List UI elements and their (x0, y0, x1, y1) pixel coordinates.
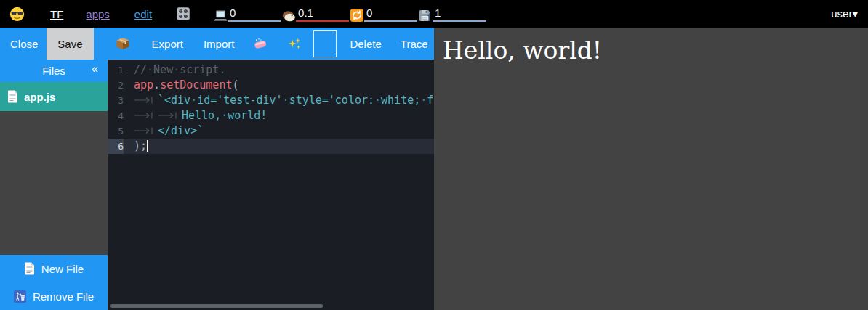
import-button[interactable]: Import (204, 38, 235, 50)
line-number: 5 (108, 123, 124, 139)
topbar-link-apps[interactable]: apps (86, 8, 110, 20)
line-code: </div>` (124, 123, 434, 139)
package-icon[interactable] (116, 37, 130, 50)
editor-hscrollbar-thumb[interactable] (110, 304, 323, 308)
line-code: //·New·script. (124, 62, 434, 78)
action-label: New File (41, 263, 84, 275)
main-row: Close Save Export Import Delete Trace Fi… (0, 28, 868, 310)
close-button[interactable]: Close (10, 38, 38, 50)
code-editor[interactable]: 1//·New·script.2app.setDocument(3`<div·i… (108, 60, 434, 310)
computer-icon (214, 9, 228, 22)
topbar-link-TF[interactable]: TF (50, 8, 63, 20)
hedgehog-icon (282, 9, 296, 22)
top-menu-bar: TFappsedit 00.101 user▾ (0, 0, 868, 28)
page-icon (7, 90, 18, 103)
text-cursor (147, 140, 148, 152)
preview-pane: Hello, world! (434, 28, 868, 310)
meter-refresh-arrows: 0 (350, 7, 417, 22)
editor-column: Close Save Export Import Delete Trace Fi… (0, 28, 434, 310)
sidebar-filler (0, 111, 108, 255)
put-litter-in-its-place-icon (14, 290, 26, 303)
floppy-disk-icon (419, 9, 433, 22)
page-icon (24, 262, 35, 275)
workspace: Files « app.js New FileRemove File 1//·N… (0, 60, 434, 310)
trace-button[interactable]: Trace (401, 38, 428, 50)
line-code: Hello,·world! (124, 108, 434, 123)
app-root: TFappsedit 00.101 user▾ Close Save Expor… (0, 0, 868, 310)
save-button[interactable]: Save (47, 28, 93, 60)
editor-line-3[interactable]: 3`<div·id='test-div'·style='color:·white… (108, 93, 434, 108)
line-code: `<div·id='test-div'·style='color:·white;… (124, 93, 434, 108)
topbar-link-edit[interactable]: edit (134, 8, 152, 20)
meter-floppy-disk: 1 (419, 7, 486, 22)
meter-floppy-disk-value: 1 (433, 7, 486, 22)
action-label: Remove File (33, 290, 94, 303)
remove-file-button[interactable]: Remove File (0, 282, 108, 310)
files-header: Files « (0, 60, 108, 82)
refresh-arrows-icon (350, 9, 364, 22)
preview-hello-text: Hello, world! (434, 28, 868, 65)
meter-hedgehog-value: 0.1 (296, 7, 349, 22)
file-name: app.js (24, 91, 55, 103)
user-menu-button[interactable]: user▾ (831, 7, 858, 20)
tab-whitespace-icon (134, 108, 156, 123)
editor-line-1[interactable]: 1//·New·script. (108, 62, 434, 78)
collapse-sidebar-button[interactable]: « (92, 62, 98, 76)
delete-button[interactable]: Delete (350, 38, 381, 50)
line-number: 1 (108, 62, 124, 78)
editor-line-6[interactable]: 6); (108, 139, 434, 154)
line-code: ); (124, 139, 434, 154)
editor-line-2[interactable]: 2app.setDocument( (108, 78, 434, 93)
soap-icon[interactable] (253, 38, 268, 49)
file-item-app.js[interactable]: app.js (0, 82, 108, 111)
export-button[interactable]: Export (152, 38, 183, 50)
editor-line-5[interactable]: 5</div>` (108, 123, 434, 139)
user-menu-label: user (831, 7, 852, 20)
line-code: app.setDocument( (124, 78, 434, 93)
line-number: 6 (108, 139, 124, 154)
meter-refresh-arrows-value: 0 (364, 7, 417, 22)
meter-computer-value: 0 (228, 7, 281, 22)
sparkles-icon[interactable] (288, 37, 302, 51)
files-title: Files (42, 65, 65, 77)
meter-computer: 0 (214, 7, 281, 22)
meter-hedgehog: 0.1 (282, 7, 349, 22)
empty-box-button[interactable] (313, 30, 337, 57)
control-knobs-icon[interactable] (177, 7, 190, 20)
editor-toolbar: Close Save Export Import Delete Trace (0, 28, 434, 60)
chevron-down-icon: ▾ (852, 7, 858, 20)
editor-line-4[interactable]: 4Hello,·world! (108, 108, 434, 123)
smiling-face-with-sunglasses-icon[interactable] (9, 7, 25, 22)
tab-whitespace-icon (134, 93, 156, 108)
tab-whitespace-icon (134, 123, 156, 139)
tab-whitespace-icon (158, 108, 180, 123)
new-file-button[interactable]: New File (0, 255, 108, 282)
line-number: 4 (108, 108, 124, 123)
line-number: 3 (108, 93, 124, 108)
files-sidebar: Files « app.js New FileRemove File (0, 60, 108, 310)
line-number: 2 (108, 78, 124, 93)
